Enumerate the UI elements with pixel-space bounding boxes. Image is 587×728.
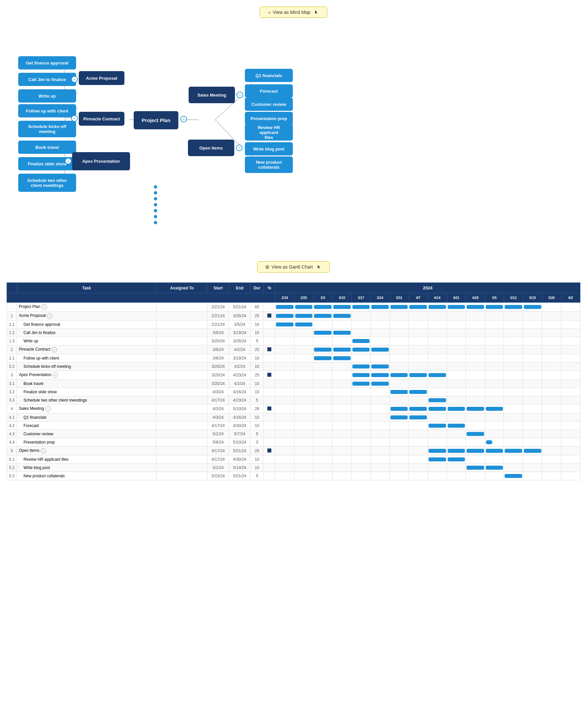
row-assigned <box>157 354 208 363</box>
collapse-apex-left[interactable]: − <box>65 158 71 164</box>
collapse-pinnacle[interactable]: − <box>71 115 78 122</box>
row-task-name: Review HR applicant files <box>17 456 157 464</box>
gantt-cell <box>485 405 504 413</box>
gantt-cell <box>561 405 580 413</box>
node-new-product[interactable]: New productcollaterals <box>245 156 293 173</box>
node-follow-up[interactable]: Follow up with client <box>18 104 76 117</box>
node-call-jim[interactable]: Call Jim to finalize <box>18 73 76 86</box>
gantt-cell <box>313 380 332 388</box>
node-write-up-acme[interactable]: Write up <box>18 89 76 102</box>
gantt-bar <box>467 305 484 309</box>
node-customer-review[interactable]: Customer review <box>245 98 293 111</box>
gantt-cell <box>390 345 409 354</box>
gantt-cell <box>466 337 485 345</box>
node-get-finance-approval[interactable]: Get finance approval <box>18 56 76 70</box>
row-assigned <box>157 430 208 438</box>
node-sales-meeting[interactable]: Sales Meeting <box>189 87 235 103</box>
gantt-cell <box>428 363 447 371</box>
gantt-bar <box>486 305 503 309</box>
gantt-cell <box>523 422 542 430</box>
collapse-btn[interactable]: − <box>42 304 47 310</box>
view-mindmap-button[interactable]: ⟐ View as Mind Map <box>260 7 327 18</box>
row-start: 4/3/24 <box>208 405 229 413</box>
row-end: 3/26/24 <box>229 312 251 320</box>
gantt-cell <box>371 371 390 380</box>
row-id: 5.1 <box>7 456 17 464</box>
collapse-sales[interactable]: − <box>237 92 243 98</box>
gantt-cell <box>313 438 332 446</box>
node-book-travel[interactable]: Book travel <box>18 141 76 154</box>
gantt-btn-row: ⊞ View as Gantt Chart <box>0 261 587 272</box>
collapse-btn[interactable]: − <box>45 406 51 411</box>
collapse-acme[interactable]: − <box>71 76 78 83</box>
gantt-cell <box>561 337 580 345</box>
row-start: 4/17/24 <box>208 422 229 430</box>
gantt-cell <box>313 388 332 396</box>
row-end: 4/16/24 <box>229 413 251 422</box>
node-acme-proposal[interactable]: Acme Proposal <box>79 71 124 85</box>
collapse-center-right[interactable]: − <box>180 116 187 122</box>
node-forecast[interactable]: Forecast <box>245 84 293 98</box>
node-q1-financials[interactable]: Q1 financials <box>245 69 293 82</box>
node-review-hr[interactable]: Review HR applicantfiles <box>245 124 293 141</box>
row-task-name: Apex Presentation− <box>17 371 157 380</box>
row-pct <box>264 430 275 438</box>
node-project-plan[interactable]: Project Plan <box>134 111 178 129</box>
gantt-cell <box>466 345 485 354</box>
gantt-cell <box>523 413 542 422</box>
row-start: 5/8/24 <box>208 438 229 446</box>
gantt-cell <box>523 380 542 388</box>
row-end: 3/5/24 <box>229 320 251 329</box>
gantt-cell <box>390 464 409 472</box>
row-id: 1.1 <box>7 320 17 329</box>
gantt-cell <box>466 405 485 413</box>
node-apex-presentation[interactable]: Apex Presentation <box>72 152 130 170</box>
node-pinnacle-contract[interactable]: Pinnacle Contract <box>79 112 124 126</box>
gantt-cell <box>371 380 390 388</box>
gantt-cell <box>390 456 409 464</box>
collapse-btn[interactable]: − <box>41 448 46 454</box>
table-row: 3.1Book travel3/20/244/2/2410 <box>7 380 580 388</box>
gantt-cell <box>332 329 352 337</box>
gantt-cell <box>428 405 447 413</box>
row-pct <box>264 472 275 480</box>
view-gantt-button[interactable]: ⊞ View as Gantt Chart <box>257 261 330 272</box>
collapse-open-items[interactable]: − <box>236 145 242 151</box>
collapse-btn[interactable]: − <box>53 372 58 378</box>
node-schedule-two[interactable]: Schedule two otherclient meettings <box>18 174 76 192</box>
gantt-cell <box>504 371 523 380</box>
gantt-bar <box>448 305 465 309</box>
gantt-cell <box>447 430 466 438</box>
collapse-btn[interactable]: − <box>47 313 52 318</box>
row-start: 3/20/24 <box>208 371 229 380</box>
gantt-cell <box>561 320 580 329</box>
collapse-btn[interactable]: − <box>52 347 57 352</box>
gantt-cell <box>275 388 295 396</box>
node-schedule-kicksoff[interactable]: Schedule kicks-offmeeting <box>18 121 76 137</box>
col-year: 2024 <box>275 283 580 293</box>
node-write-blog[interactable]: Write blog post <box>245 142 293 155</box>
gantt-bar <box>448 407 465 411</box>
date-col-5-5: 5/5 <box>485 293 504 302</box>
gantt-cell <box>409 345 428 354</box>
row-dur: 5 <box>251 396 264 405</box>
date-col-2-18: 2/18 <box>275 293 295 302</box>
gantt-cell <box>332 363 352 371</box>
gantt-cell <box>504 363 523 371</box>
row-pct <box>264 464 275 472</box>
node-presentation-prep[interactable]: Presentation prep <box>245 112 293 125</box>
gantt-cell <box>313 446 332 456</box>
gantt-cell <box>313 464 332 472</box>
gantt-cell <box>485 430 504 438</box>
node-open-items[interactable]: Open Items <box>188 140 234 156</box>
gantt-cell <box>313 413 332 422</box>
gantt-cell <box>561 363 580 371</box>
gantt-cell <box>447 456 466 464</box>
gantt-cell <box>332 405 352 413</box>
gantt-cell <box>561 446 580 456</box>
gantt-cell <box>561 329 580 337</box>
gantt-cell <box>504 413 523 422</box>
table-row: 5.2Write blog post5/1/245/14/2410 <box>7 464 580 472</box>
date-col-3-3: 3/3 <box>313 293 332 302</box>
row-start: 3/20/24 <box>208 337 229 345</box>
